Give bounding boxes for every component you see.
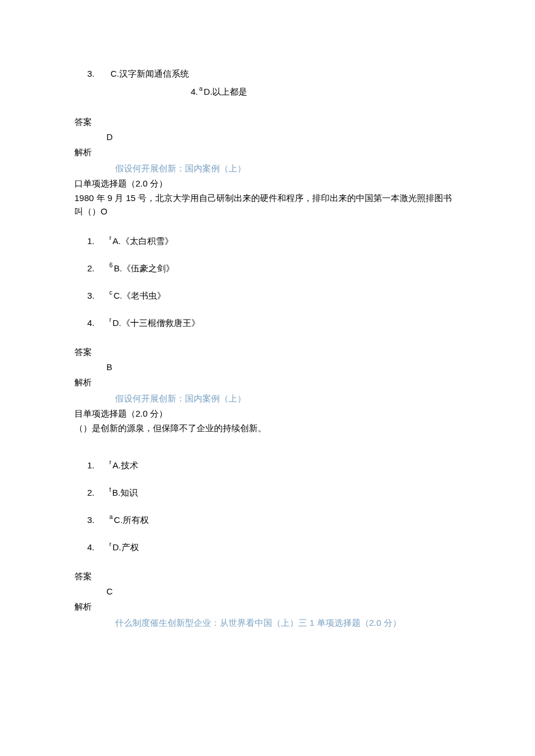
option-text: rA.《太白积雪》	[109, 234, 173, 248]
analysis-label: 解析	[74, 600, 461, 614]
option-text: rD.《十三棍僧救唐王》	[109, 316, 200, 330]
q0-option-4: 4. aD.以上都是	[191, 84, 461, 99]
q2-options: 1. rA.技术 2. tB.知识 3. aC.所有权 4. rD.产权	[74, 458, 461, 554]
option-number: 3.	[87, 513, 109, 527]
analysis-value: 什么制度催生创新型企业：从世界看中国（上）三 1 单项选择题（2.0 分）	[115, 616, 461, 630]
option-text: rD.产权	[109, 540, 139, 554]
q1-option-2: 2. 6B.《伍豪之剑》	[74, 261, 461, 275]
answer-value: D	[106, 130, 461, 144]
option-text: aC.所有权	[109, 513, 149, 527]
option-text: C.汉字新闻通信系统	[109, 66, 189, 81]
answer-label: 答案	[74, 345, 461, 359]
answer-label: 答案	[74, 115, 461, 129]
document-page: 3. C.汉字新闻通信系统 4. aD.以上都是 答案 D 解析 假设何开展创新…	[0, 0, 535, 756]
option-text: tB.知识	[109, 485, 138, 500]
option-text: cC.《老书虫》	[109, 288, 166, 303]
option-number: 3.	[87, 67, 109, 81]
option-number: 4.	[191, 85, 198, 99]
question-type: 目单项选择题（2.0 分）	[74, 407, 461, 421]
q2-option-2: 2. tB.知识	[74, 485, 461, 500]
question-stem: 1980 年 9 月 15 号，北京大学用自己研制出来的硬件和程序，排印出来的中…	[74, 191, 461, 218]
option-number: 1.	[87, 234, 109, 248]
option-text: 6B.《伍豪之剑》	[109, 261, 174, 275]
q1-option-1: 1. rA.《太白积雪》	[74, 234, 461, 248]
option-text: rA.技术	[109, 458, 138, 472]
analysis-label: 解析	[74, 375, 461, 389]
question-type: 口单项选择题（2.0 分）	[74, 177, 461, 191]
q2-option-3: 3. aC.所有权	[74, 513, 461, 527]
analysis-value: 假设何开展创新：国内案例（上）	[115, 392, 461, 406]
analysis-label: 解析	[74, 145, 461, 159]
q2-option-4: 4. rD.产权	[74, 540, 461, 554]
option-number: 2.	[87, 486, 109, 500]
option-number: 3.	[87, 289, 109, 303]
answer-value: C	[106, 585, 461, 599]
option-text: aD.以上都是	[199, 84, 248, 99]
q1-option-4: 4. rD.《十三棍僧救唐王》	[74, 316, 461, 330]
option-number: 4.	[87, 316, 109, 330]
option-number: 1.	[87, 458, 109, 472]
answer-value: B	[106, 360, 461, 374]
q1-option-3: 3. cC.《老书虫》	[74, 288, 461, 303]
option-number: 4.	[87, 540, 109, 554]
question-stem: （）是创新的源泉，但保障不了企业的持续创新。	[74, 421, 461, 435]
q0-option-3: 3. C.汉字新闻通信系统	[74, 66, 461, 81]
option-number: 2.	[87, 261, 109, 275]
answer-label: 答案	[74, 569, 461, 583]
analysis-value: 假设何开展创新：国内案例（上）	[115, 162, 461, 175]
q2-option-1: 1. rA.技术	[74, 458, 461, 472]
q1-options: 1. rA.《太白积雪》 2. 6B.《伍豪之剑》 3. cC.《老书虫》 4.…	[74, 234, 461, 330]
